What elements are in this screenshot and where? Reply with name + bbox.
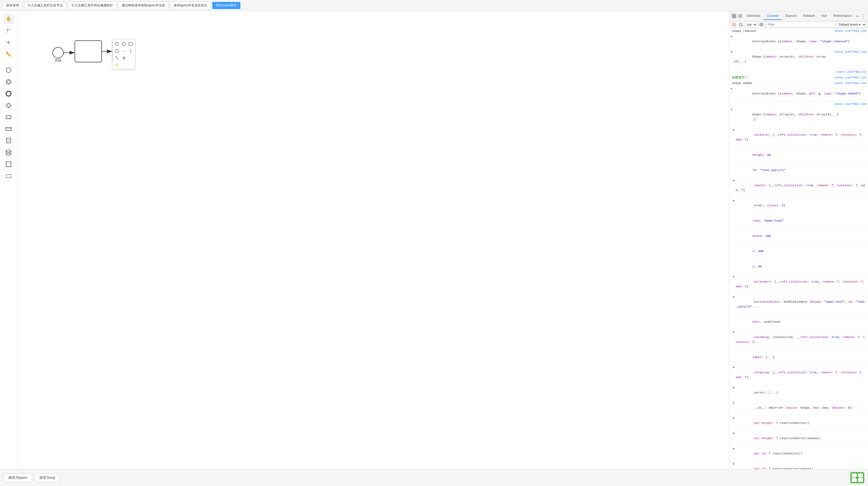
bold-circle-tool-icon[interactable] [3,89,13,99]
left-panel: ✋ ✏️ [0,11,18,469]
svg-rect-43 [858,478,863,482]
paint-tool-icon[interactable]: ✏️ [3,49,13,59]
double-circle-tool-icon[interactable] [3,77,13,87]
save-svg-button[interactable]: 保存为svg [35,474,60,482]
console-line-11: height: 80 [729,147,868,163]
shape-toolbar-row-2: ⋯ [ [114,48,134,54]
devtools-pointer-btn[interactable] [738,12,743,20]
console-line-14: ▶ order: {level: 5} [729,198,868,213]
rect-tool-icon[interactable] [3,112,13,122]
pool-tool-icon[interactable] [3,159,13,169]
console-toolbar: 🚫 top Default levels ▾ [729,21,868,28]
shape-trash-btn[interactable]: 🗑 [121,55,127,61]
bind-event-button[interactable]: 绑定event事件 [212,2,240,9]
svg-rect-22 [6,174,11,178]
devtools-kebab-btn[interactable]: ⋮ [861,13,866,19]
console-line-7: ▶ InternalEvent {element: Shape, gfx: g,… [729,86,868,102]
shape-circle2-btn[interactable] [114,48,120,54]
shape-dots-btn[interactable]: ⋯ [121,48,127,54]
console-line-23: label: {...} [729,350,868,365]
save-bpmn-button[interactable]: 保存为bpmn [4,474,32,482]
svg-marker-9 [6,103,11,108]
console-line-16: width: 100 [729,229,868,244]
tab-sources[interactable]: Sources [782,12,800,20]
console-line-24: ▶ outgoing: [__refs_collection: true, re… [729,365,868,385]
db-tool-icon[interactable] [3,147,13,158]
svg-point-17 [6,150,11,152]
hand-tool-icon[interactable]: ✋ [3,14,13,24]
devtools-inspect-btn[interactable] [731,12,737,20]
console-line-3: ▶ Shape {labels: Array(0), children: Arr… [729,49,868,69]
main-content: ✋ ✏️ [0,11,868,469]
save-send-button[interactable]: 保存bpmn并发送给后台 [170,2,211,9]
context-select[interactable]: top [745,22,757,28]
bpmn-task-1[interactable] [75,41,102,62]
console-filter-btn[interactable] [738,22,744,28]
shape-diamond-btn[interactable] [121,41,127,47]
import-left-toolbar-button[interactable]: 引入左侧工具栏以及节点 [24,2,66,9]
console-line-9: ▼ Shape {labels: Array(0), children: Arr… [729,107,868,127]
svg-rect-42 [852,478,857,482]
console-line-18: y: 80 [729,259,868,274]
band-tool-icon[interactable] [3,124,13,134]
svg-rect-45 [856,477,859,479]
basic-use-button[interactable]: 基本使用 [3,2,23,9]
doc-tool-icon[interactable] [3,136,13,146]
logo-area [850,472,864,483]
console-line-29: ▶ get id: f reactiveGetter() [729,446,868,461]
svg-rect-41 [858,474,863,478]
shape-toolbar: ⋯ [ 🔧 🗑 ⚡ [112,39,135,69]
svg-point-27 [115,49,119,53]
console-line-2: ▶ InternalEvent {element: Shape, type: "… [729,34,868,49]
tab-vue[interactable]: Vue [818,12,830,20]
shape-rect-btn[interactable] [128,41,134,47]
svg-rect-40 [852,474,857,478]
tab-elements[interactable]: Elements [744,12,764,20]
dashed-rect-tool-icon[interactable] [3,171,13,181]
console-line-28: ▶ set height: f reactiveSetter(newVal) [729,431,868,446]
tab-performance[interactable]: Performance [830,12,855,20]
console-line-15: type: "bpmn:Task" [729,213,868,229]
svg-rect-13 [6,138,11,143]
svg-point-20 [6,153,11,155]
console-eye-btn[interactable] [758,22,764,28]
svg-rect-30 [732,16,734,18]
console-line-20: ▶ businessObject: ModdleElement {$type: … [729,294,868,314]
console-line-26: ▶ __ob__: Observer {value: Shape, dep: D… [729,400,868,416]
bpmn-start-event[interactable] [53,47,63,58]
svg-point-24 [115,42,119,46]
shape-circle-btn[interactable] [114,41,120,47]
console-line-6: shape.added event.vue?f6b1:143 [729,81,868,86]
cursor-tool-icon[interactable] [3,26,13,36]
svg-rect-31 [734,16,736,18]
circle-tool-icon[interactable] [3,65,13,75]
svg-rect-29 [734,14,736,16]
console-line-17: x: 400 [729,244,868,259]
import-left-right-toolbar-button[interactable]: 引入左侧工具栏和右侧属性栏 [68,2,117,9]
shape-toolbar-row-1 [114,41,134,47]
svg-point-5 [6,68,11,73]
canvas-area[interactable]: 开始 [18,11,729,469]
levels-select[interactable]: Default levels ▾ [836,22,866,28]
diamond-tool-icon[interactable] [3,101,13,111]
shape-lightning-btn[interactable]: ⚡ [114,62,120,68]
devtools-more-btn[interactable]: » [856,13,858,19]
console-line-27: ▶ get height: f reactiveGetter() [729,416,868,431]
console-line-30: ▶ set id: f reactiveSetter(newVal) [729,461,868,469]
svg-rect-26 [129,42,133,45]
svg-point-8 [6,91,11,96]
console-line-10: ▶ children: [__refs_collection: true, re… [729,127,868,147]
svg-point-35 [739,23,742,26]
shape-bracket-btn[interactable]: [ [128,48,134,54]
bpmn-logo [850,472,864,483]
shape-wrench-btn[interactable]: 🔧 [114,55,120,61]
console-clear-btn[interactable]: 🚫 [731,22,737,28]
fetch-bpmn-button[interactable]: 通过网络请求获取bpmn并渲染 [118,2,168,9]
devtools-panel: Elements Console Sources Network Vue Per… [729,11,868,469]
filter-input[interactable] [765,22,835,28]
tab-network[interactable]: Network [800,12,818,20]
separator-1 [2,62,15,62]
tab-console[interactable]: Console [764,12,782,20]
console-output[interactable]: shape.removed event.vue?f6b1:143 ▶ Inter… [729,28,868,469]
adjust-tool-icon[interactable] [3,37,13,48]
